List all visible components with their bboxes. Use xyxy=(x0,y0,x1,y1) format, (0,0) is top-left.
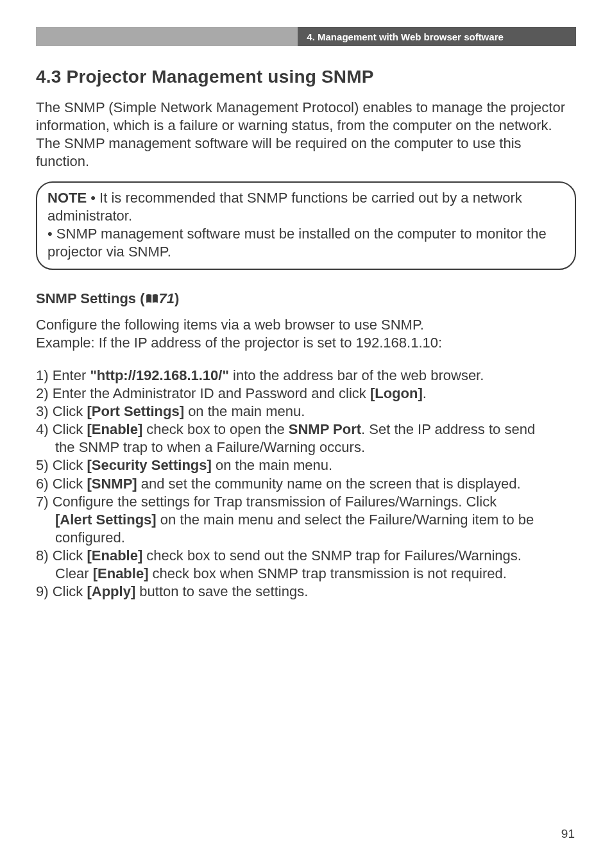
step-5-b: [Security Settings] xyxy=(87,457,211,473)
header-bar: 4. Management with Web browser software xyxy=(36,27,576,46)
step-8-a: 8) Click xyxy=(36,547,87,563)
step-6-body: 6) Click [SNMP] and set the community na… xyxy=(36,475,576,493)
step-8-body: 8) Click [Enable] check box to send out … xyxy=(36,547,576,565)
step-3-c: on the main menu. xyxy=(184,403,305,419)
step-9-b: [Apply] xyxy=(87,583,135,599)
step-3: 3) Click [Port Settings] on the main men… xyxy=(36,403,576,421)
note-box: NOTE • It is recommended that SNMP funct… xyxy=(36,181,576,271)
note-text-1: • It is recommended that SNMP functions … xyxy=(47,190,522,224)
step-3-body: 3) Click [Port Settings] on the main men… xyxy=(36,403,576,421)
step-9-c: button to save the settings. xyxy=(135,583,308,599)
heading-prefix: SNMP Settings ( xyxy=(36,290,145,306)
configure-line-2: Example: If the IP address of the projec… xyxy=(36,335,442,351)
header-bar-left xyxy=(36,27,298,46)
step-7: 7) Configure the settings for Trap trans… xyxy=(36,493,576,511)
step-6-b: [SNMP] xyxy=(87,476,137,492)
step-1: 1) Enter "http://192.168.1.10/" into the… xyxy=(36,367,576,385)
step-9-body: 9) Click [Apply] button to save the sett… xyxy=(36,583,576,601)
step-1-body: 1) Enter "http://192.168.1.10/" into the… xyxy=(36,367,576,385)
step-5-a: 5) Click xyxy=(36,457,87,473)
configure-text: Configure the following items via a web … xyxy=(36,316,576,352)
step-7-c: on the main menu and select the Failure/… xyxy=(157,512,534,528)
step-2-a: 2) Enter the Administrator ID and Passwo… xyxy=(36,385,370,401)
steps-list: 1) Enter "http://192.168.1.10/" into the… xyxy=(36,367,576,601)
step-4-d: SNMP Port xyxy=(289,421,361,437)
heading-ref: 71 xyxy=(159,290,174,306)
step-5-c: on the main menu. xyxy=(212,457,332,473)
step-4-e: . Set the IP address to send xyxy=(361,421,535,437)
note-line-2: • SNMP management software must be insta… xyxy=(47,225,565,261)
heading-suffix: ) xyxy=(174,290,179,306)
step-1-a: 1) Enter xyxy=(36,367,90,383)
step-2-body: 2) Enter the Administrator ID and Passwo… xyxy=(36,385,576,403)
step-6: 6) Click [SNMP] and set the community na… xyxy=(36,475,576,493)
step-8-e: [Enable] xyxy=(93,565,149,581)
page-number: 91 xyxy=(561,827,575,841)
step-8-d: Clear xyxy=(55,565,93,581)
step-7-b: [Alert Settings] xyxy=(55,512,157,528)
step-7-cont2: configured. xyxy=(36,529,576,547)
step-4-b: [Enable] xyxy=(87,421,142,437)
note-label: NOTE xyxy=(47,190,87,206)
step-8-f: check box when SNMP trap transmission is… xyxy=(148,565,506,581)
step-3-b: [Port Settings] xyxy=(87,403,184,419)
header-bar-right: 4. Management with Web browser software xyxy=(298,27,576,46)
step-1-b: "http://192.168.1.10/" xyxy=(90,367,229,383)
step-8-b: [Enable] xyxy=(87,547,142,563)
note-line-1: NOTE • It is recommended that SNMP funct… xyxy=(47,189,565,225)
step-4-a: 4) Click xyxy=(36,421,87,437)
step-5: 5) Click [Security Settings] on the main… xyxy=(36,456,576,474)
step-4-cont: the SNMP trap to when a Failure/Warning … xyxy=(36,438,576,456)
breadcrumb: 4. Management with Web browser software xyxy=(307,31,503,42)
step-6-c: and set the community name on the screen… xyxy=(137,476,521,492)
step-3-a: 3) Click xyxy=(36,403,87,419)
step-4-body: 4) Click [Enable] check box to open the … xyxy=(36,421,576,438)
step-7-body: 7) Configure the settings for Trap trans… xyxy=(36,493,576,511)
step-7-cont1: [Alert Settings] on the main menu and se… xyxy=(36,511,576,529)
step-9: 9) Click [Apply] button to save the sett… xyxy=(36,583,576,601)
book-icon xyxy=(145,291,159,301)
page-content: 4.3 Projector Management using SNMP The … xyxy=(36,67,576,601)
step-2: 2) Enter the Administrator ID and Passwo… xyxy=(36,385,576,403)
step-2-b: [Logon] xyxy=(370,385,423,401)
step-8: 8) Click [Enable] check box to send out … xyxy=(36,547,576,565)
section-title: 4.3 Projector Management using SNMP xyxy=(36,67,576,87)
step-1-c: into the address bar of the web browser. xyxy=(229,367,484,383)
snmp-settings-heading: SNMP Settings (71) xyxy=(36,290,576,307)
step-2-c: . xyxy=(423,385,427,401)
step-4-c: check box to open the xyxy=(142,421,289,437)
section-intro: The SNMP (Simple Network Management Prot… xyxy=(36,99,576,171)
configure-line-1: Configure the following items via a web … xyxy=(36,317,424,333)
step-7-a: 7) Configure the settings for Trap trans… xyxy=(36,494,497,510)
step-8-cont: Clear [Enable] check box when SNMP trap … xyxy=(36,565,576,583)
step-6-a: 6) Click xyxy=(36,476,87,492)
step-8-c: check box to send out the SNMP trap for … xyxy=(142,547,522,563)
step-9-a: 9) Click xyxy=(36,583,87,599)
step-5-body: 5) Click [Security Settings] on the main… xyxy=(36,456,576,474)
step-4: 4) Click [Enable] check box to open the … xyxy=(36,421,576,438)
